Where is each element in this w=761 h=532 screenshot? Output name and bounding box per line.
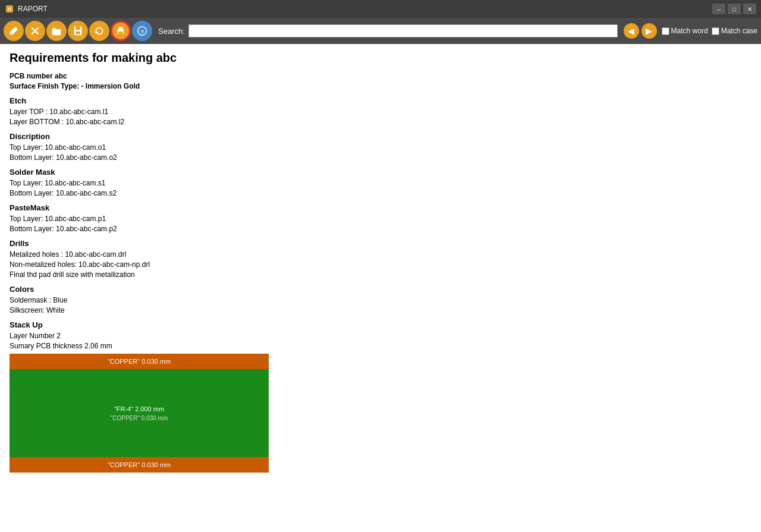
content-area: Requirements for making abc PCB number a… bbox=[0, 44, 761, 532]
drills-line-1: Metalized holes : 10.abc-abc-cam.drl bbox=[10, 250, 751, 259]
print-button[interactable] bbox=[111, 21, 131, 41]
section-header-colors: Colors bbox=[10, 285, 751, 294]
soldermask-line-1: Top Layer: 10.abc-abc-cam.s1 bbox=[10, 179, 751, 187]
close-button-toolbar[interactable] bbox=[25, 21, 45, 41]
stack-fr4: "FR-4" 2.000 mm "COPPER" 0.030 mm bbox=[10, 369, 269, 457]
svg-rect-6 bbox=[76, 32, 80, 34]
pastemask-line-1: Top Layer: 10.abc-abc-cam.p1 bbox=[10, 215, 751, 223]
search-area: Search: bbox=[158, 24, 618, 37]
match-case-label[interactable]: Match case bbox=[712, 27, 757, 35]
window-controls: – □ ✕ bbox=[712, 4, 756, 14]
app-icon: R bbox=[5, 4, 14, 14]
restore-button[interactable]: □ bbox=[728, 4, 741, 14]
match-word-label[interactable]: Match word bbox=[662, 27, 708, 35]
match-word-checkbox[interactable] bbox=[662, 27, 669, 35]
page-title: Requirements for making abc bbox=[10, 51, 751, 65]
pcb-number: PCB number abc bbox=[10, 72, 751, 80]
edit-button[interactable] bbox=[4, 21, 24, 41]
save-button[interactable] bbox=[68, 21, 88, 41]
search-input[interactable] bbox=[188, 24, 618, 37]
discription-line-2: Bottom Layer: 10.abc-abc-cam.o2 bbox=[10, 153, 751, 162]
drills-line-2: Non-metalized holes: 10.abc-abc-cam-np.d… bbox=[10, 260, 751, 269]
svg-rect-8 bbox=[118, 32, 122, 34]
stack-copper-top: "COPPER" 0.030 mm bbox=[10, 354, 269, 369]
section-header-drills: Drills bbox=[10, 239, 751, 248]
section-header-pastemask: PasteMask bbox=[10, 203, 751, 212]
app-title: RAPORT bbox=[18, 5, 712, 13]
svg-rect-5 bbox=[76, 27, 80, 30]
nav-forward-button[interactable]: ▶ bbox=[641, 23, 657, 39]
soldermask-line-2: Bottom Layer: 10.abc-abc-cam.s2 bbox=[10, 189, 751, 197]
minimize-button[interactable]: – bbox=[712, 4, 725, 14]
svg-point-9 bbox=[123, 30, 124, 32]
section-header-etch: Etch bbox=[10, 96, 751, 105]
stackup-thickness: Sumary PCB thickness 2.06 mm bbox=[10, 342, 751, 350]
drills-line-3: Final thd pad drill size with metallizat… bbox=[10, 270, 751, 279]
nav-back-button[interactable]: ◀ bbox=[624, 23, 639, 39]
stack-diagram: "COPPER" 0.030 mm "FR-4" 2.000 mm "COPPE… bbox=[10, 354, 269, 473]
section-header-discription: Discription bbox=[10, 132, 751, 141]
help-button[interactable]: ? bbox=[132, 21, 152, 41]
pastemask-line-2: Bottom Layer: 10.abc-abc-cam.p2 bbox=[10, 225, 751, 233]
colors-line-2: Silkscreen: White bbox=[10, 306, 751, 314]
etch-line-1: Layer TOP : 10.abc-abc-cam.l1 bbox=[10, 108, 751, 116]
discription-line-1: Top Layer: 10.abc-abc-cam.o1 bbox=[10, 143, 751, 152]
svg-text:R: R bbox=[8, 7, 11, 12]
title-bar: R RAPORT – □ ✕ bbox=[0, 0, 761, 18]
stack-copper-bottom: "COPPER" 0.030 mm bbox=[10, 457, 269, 473]
search-label: Search: bbox=[158, 27, 185, 36]
close-button[interactable]: ✕ bbox=[743, 4, 756, 14]
toolbar: ? Search: ◀ ▶ Match word Match case bbox=[0, 18, 761, 44]
section-header-soldermask: Solder Mask bbox=[10, 168, 751, 177]
section-header-stackup: Stack Up bbox=[10, 320, 751, 329]
etch-line-2: Layer BOTTOM : 10.abc-abc-cam.l2 bbox=[10, 118, 751, 126]
open-button[interactable] bbox=[46, 21, 67, 41]
match-options: Match word Match case bbox=[662, 27, 757, 35]
refresh-button[interactable] bbox=[89, 21, 109, 41]
match-case-checkbox[interactable] bbox=[712, 27, 719, 35]
surface-finish: Surface Finish Type: - Immersion Gold bbox=[10, 82, 751, 90]
stackup-layer-number: Layer Number 2 bbox=[10, 332, 751, 340]
svg-text:?: ? bbox=[140, 29, 144, 35]
colors-line-1: Soldermask : Blue bbox=[10, 296, 751, 304]
nav-buttons: ◀ ▶ bbox=[624, 23, 657, 39]
